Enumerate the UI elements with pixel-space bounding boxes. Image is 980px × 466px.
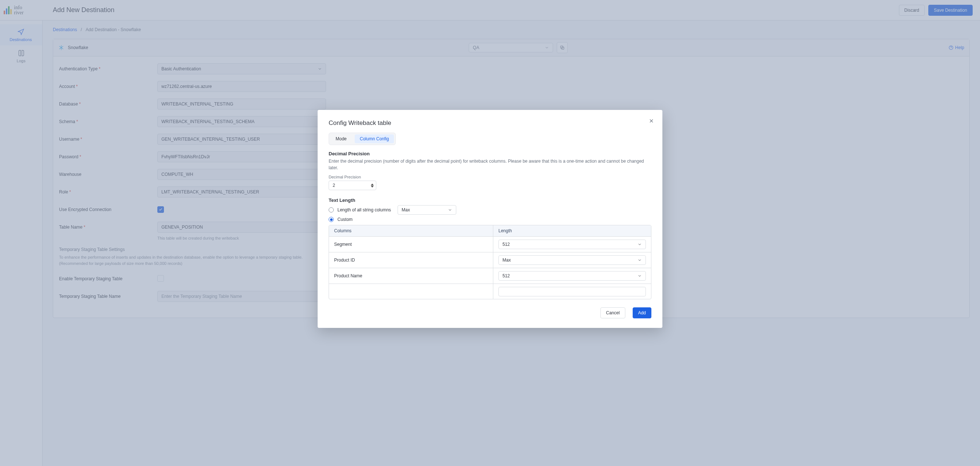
radio-custom-label: Custom <box>337 217 352 222</box>
length-select[interactable]: 512 <box>498 239 646 249</box>
modal-title: Config Writeback table <box>329 119 651 127</box>
radio-custom[interactable] <box>329 217 334 222</box>
radio-all-label: Length of all string columns <box>337 208 391 212</box>
chevron-down-icon <box>638 242 642 247</box>
length-select[interactable]: 512 <box>498 271 646 281</box>
column-name <box>329 284 493 299</box>
decimal-label: Decimal Precision <box>329 175 651 179</box>
stepper-icon[interactable] <box>371 184 374 187</box>
modal-overlay: Config Writeback table Mode Column Confi… <box>0 0 980 466</box>
cancel-button[interactable]: Cancel <box>600 307 625 319</box>
modal-tabbar: Mode Column Config <box>329 133 396 145</box>
tab-mode[interactable]: Mode <box>331 135 352 143</box>
modal-close-button[interactable] <box>648 118 654 124</box>
text-length-title: Text Length <box>329 198 651 203</box>
length-value: 512 <box>503 242 510 247</box>
table-row: Product Name 512 <box>329 268 651 284</box>
chevron-down-icon <box>448 208 452 212</box>
decimal-value: 2 <box>332 183 335 188</box>
columns-header: Columns <box>329 225 493 236</box>
decimal-desc: Enter the decimal precision (number of d… <box>329 158 651 171</box>
add-button[interactable]: Add <box>633 307 651 319</box>
chevron-down-icon <box>638 274 642 278</box>
length-select[interactable] <box>498 287 646 296</box>
table-row: Product ID Max <box>329 252 651 268</box>
length-header: Length <box>493 225 651 236</box>
decimal-precision-input[interactable]: 2 <box>329 181 376 190</box>
config-writeback-modal: Config Writeback table Mode Column Confi… <box>318 110 662 328</box>
length-value: 512 <box>503 273 510 279</box>
column-name: Segment <box>329 237 493 252</box>
table-row <box>329 284 651 299</box>
close-icon <box>648 118 654 124</box>
decimal-title: Decimal Precision <box>329 151 651 157</box>
chevron-down-icon <box>638 258 642 262</box>
table-row: Segment 512 <box>329 237 651 252</box>
tab-column-config[interactable]: Column Config <box>355 135 394 143</box>
all-columns-length-select[interactable]: Max <box>398 205 456 215</box>
length-value: Max <box>503 258 511 263</box>
column-name: Product ID <box>329 252 493 268</box>
radio-all-columns[interactable] <box>329 208 334 212</box>
all-columns-length-value: Max <box>402 208 410 212</box>
columns-table: Columns Length Segment 512 Product ID <box>329 225 651 299</box>
length-select[interactable]: Max <box>498 255 646 265</box>
column-name: Product Name <box>329 268 493 284</box>
